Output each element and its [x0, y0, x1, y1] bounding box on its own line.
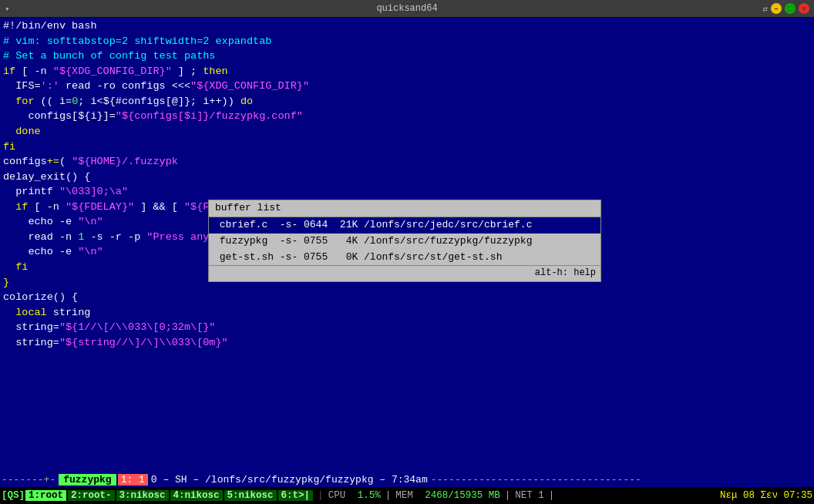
- close-button[interactable]: ✕: [799, 3, 809, 14]
- session-tab[interactable]: 2:root-: [68, 490, 115, 501]
- status-mode: 1: 1: [118, 474, 148, 486]
- session-tab[interactable]: 3:nikosc: [116, 490, 169, 501]
- buffer-popup-title-text: buffer list: [215, 201, 281, 216]
- editor-line: configs[${i}]="${configs[$i]}/fuzzypkg.c…: [3, 109, 811, 124]
- buffer-help: alt-h: help: [209, 265, 600, 281]
- editor-line: delay_exit() {: [3, 170, 811, 185]
- session-tab[interactable]: 4:nikosc: [170, 490, 223, 501]
- bottombar-separator: |: [318, 490, 324, 501]
- buffer-item[interactable]: get-st.sh -s- 0755 0K /lonfs/src/st/get-…: [209, 250, 600, 266]
- titlebar-title: quicksand64: [376, 3, 437, 14]
- buffer-popup[interactable]: buffer list cbrief.c -s- 0644 21K /lonfs…: [208, 200, 601, 282]
- menu-icon[interactable]: ▾: [5, 4, 10, 14]
- status-position: 0 – SH – /lonfs/src/fuzzypkg/fuzzypkg – …: [151, 474, 428, 486]
- buffer-popup-title: buffer list: [209, 200, 600, 217]
- editor-line: if [ -n "${XDG_CONFIG_DIR}" ] ; then: [3, 64, 811, 79]
- network-icon: ⇄: [762, 4, 768, 14]
- cpu-label: CPU: [328, 490, 346, 501]
- titlebar-left: ▾: [5, 4, 10, 14]
- buffer-item[interactable]: cbrief.c -s- 0644 21K /lonfs/src/jedc/sr…: [209, 217, 600, 234]
- editor-line: # vim: softtabstop=2 shiftwidth=2 expand…: [3, 34, 811, 49]
- editor-line: string="${1//\[/\\033\[0;32m\[}": [3, 320, 811, 335]
- editor-line: for (( i=0; i<${#configs[@]}; i++)) do: [3, 94, 811, 109]
- net-label: NET 1: [515, 490, 544, 501]
- editor-line: #!/bin/env bash: [3, 18, 811, 34]
- minimize-button[interactable]: –: [771, 3, 782, 14]
- session-tab[interactable]: 6:t>|: [278, 490, 314, 501]
- editor-line: # Set a bunch of config test paths: [3, 49, 811, 64]
- editor-line: fi: [3, 139, 811, 155]
- status-dashes-right: -----------------------------------: [431, 474, 812, 486]
- editor-lines: #!/bin/env bash# vim: softtabstop=2 shif…: [3, 18, 811, 350]
- bottombar: [QS]1:root 2:root- 3:nikosc 4:nikosc 5:n…: [0, 487, 814, 504]
- session-tab[interactable]: 1:root: [25, 490, 66, 501]
- bottombar-sessions: [QS]1:root 2:root- 3:nikosc 4:nikosc 5:n…: [2, 490, 313, 501]
- mem-value: 2468/15935 MB: [425, 490, 500, 501]
- editor-line: local string: [3, 305, 811, 321]
- status-filename: fuzzypkg: [59, 474, 116, 486]
- buffer-item[interactable]: fuzzypkg -s- 0755 4K /lonfs/src/fuzzypkg…: [209, 234, 600, 250]
- editor-line: printf "\033]0;\a": [3, 184, 811, 200]
- status-dashes-left: -------+-: [2, 474, 56, 486]
- titlebar-controls: ⇄ – □ ✕: [762, 3, 809, 14]
- titlebar: ▾ quicksand64 ⇄ – □ ✕: [0, 0, 814, 17]
- editor-line: configs+=( "${HOME}/.fuzzypk: [3, 154, 811, 170]
- mem-label: MEM: [395, 490, 413, 501]
- buffer-rows: cbrief.c -s- 0644 21K /lonfs/src/jedc/sr…: [209, 217, 600, 266]
- maximize-button[interactable]: □: [785, 3, 796, 14]
- session-tab[interactable]: 5:nikosc: [224, 490, 277, 501]
- session-prefix: [QS]: [2, 490, 25, 501]
- cpu-value: 1.5%: [358, 490, 381, 501]
- editor-line: colorize() {: [3, 290, 811, 305]
- editor: #!/bin/env bash# vim: softtabstop=2 shif…: [0, 17, 814, 472]
- datetime: Νεμ 08 Σεν 07:35: [720, 490, 812, 501]
- editor-line: string="${string//\]/\]\\033\[0m}": [3, 335, 811, 351]
- editor-line: done: [3, 124, 811, 139]
- statusbar: -------+- fuzzypkg 1: 1 0 – SH – /lonfs/…: [0, 472, 814, 487]
- editor-line: IFS=':' read -ro configs <<<"${XDG_CONFI…: [3, 79, 811, 94]
